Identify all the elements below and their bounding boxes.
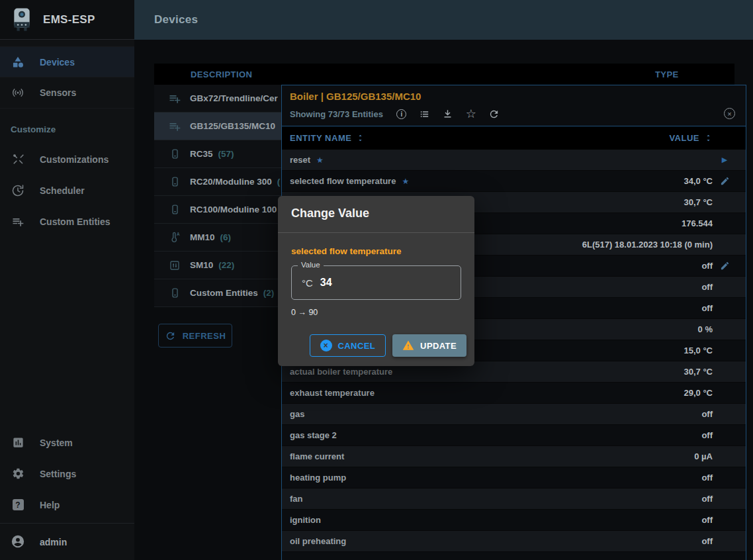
sidebar-item-label: System xyxy=(40,438,73,448)
device-entity-count: (6) xyxy=(220,232,232,242)
entity-value: 0 µA xyxy=(694,451,713,461)
info-icon[interactable]: i xyxy=(396,108,408,120)
entity-value: 34,0 °C xyxy=(684,176,713,186)
boiler-logo-icon xyxy=(12,7,32,33)
entity-dialog-toolbar: Showing 73/73 Entities i ☆ xyxy=(290,108,738,120)
svg-text:A: A xyxy=(176,232,179,236)
sidebar-item-settings[interactable]: Settings xyxy=(0,458,134,489)
modal-actions: × CANCEL UPDATE xyxy=(278,317,474,366)
sidebar-item-help[interactable]: ? Help xyxy=(0,489,134,520)
entity-name: selected flow temperature xyxy=(290,176,396,186)
sidebar-user[interactable]: admin xyxy=(0,523,134,560)
entity-name: oil preheating xyxy=(290,536,346,546)
download-icon[interactable] xyxy=(442,108,454,120)
sidebar-item-scheduler[interactable]: Scheduler xyxy=(0,175,134,206)
entity-value: off xyxy=(701,515,713,525)
unit-adornment: °C xyxy=(302,277,313,289)
sort-icon xyxy=(703,133,714,144)
entity-row[interactable]: heating pump off xyxy=(282,467,746,489)
entity-row[interactable]: fan off xyxy=(282,489,746,510)
entity-action-slot: ▶ xyxy=(713,156,736,164)
entity-row[interactable]: ignition off xyxy=(282,510,746,531)
entity-value: 29,0 °C xyxy=(684,388,713,398)
device-name: RC100/Moduline 100 xyxy=(190,205,277,214)
sidebar-bottom-nav: System Settings ? Help xyxy=(0,427,134,520)
sidebar-item-system[interactable]: System xyxy=(0,427,134,458)
entity-row[interactable]: flame current 0 µA xyxy=(282,446,746,467)
value-field-label: Value xyxy=(298,261,324,269)
cancel-icon: × xyxy=(320,340,332,351)
device-name: RC20/Moduline 300 xyxy=(190,177,272,187)
entity-name: fan xyxy=(290,494,303,504)
sidebar-item-devices[interactable]: Devices xyxy=(0,46,134,77)
category-icon xyxy=(11,55,25,70)
sidebar-item-customizations[interactable]: Customizations xyxy=(0,144,134,175)
entity-value: off xyxy=(701,473,713,483)
thermostat-device-icon xyxy=(167,286,182,301)
brand: EMS-ESP xyxy=(0,0,134,40)
star-icon[interactable]: ☆ xyxy=(465,108,477,120)
entity-dialog-header: Boiler | GB125/GB135/MC10 Showing 73/73 … xyxy=(282,85,746,126)
play-icon[interactable]: ▶ xyxy=(722,156,727,164)
sidebar-item-sensors[interactable]: Sensors xyxy=(0,77,134,109)
sidebar-item-label: Customizations xyxy=(40,154,109,165)
sidebar-item-label: Scheduler xyxy=(40,185,85,196)
device-name: Custom Entities xyxy=(190,288,258,298)
account-circle-icon xyxy=(11,534,26,550)
schedule-icon xyxy=(11,183,25,198)
entity-row[interactable] xyxy=(282,552,746,560)
thermometer-icon: A xyxy=(167,230,182,245)
entity-row[interactable]: oil preheating off xyxy=(282,531,746,552)
list-icon[interactable] xyxy=(419,108,431,120)
entity-row[interactable]: exhaust temperature 29,0 °C xyxy=(282,383,746,404)
cancel-button[interactable]: × CANCEL xyxy=(310,334,386,357)
sidebar-main-nav: Devices Sensors xyxy=(0,40,134,109)
module-icon xyxy=(167,258,182,273)
sort-icon xyxy=(355,133,366,144)
entity-value: 30,7 °C xyxy=(684,197,713,207)
sidebar-item-label: Devices xyxy=(40,57,75,68)
entity-value: off xyxy=(701,409,713,419)
update-button[interactable]: UPDATE xyxy=(392,334,466,357)
entity-row[interactable]: gas stage 2 off xyxy=(282,425,746,446)
value-input[interactable]: Value °C 34 xyxy=(291,265,461,300)
entity-value: off xyxy=(701,303,713,313)
entity-name: gas stage 2 xyxy=(290,430,337,440)
refresh-button[interactable]: REFRESH xyxy=(158,324,232,348)
edit-icon[interactable] xyxy=(720,176,730,186)
device-name: RC35 xyxy=(190,149,213,159)
entity-value: 6L(517) 18.01.2023 10:18 (0 min) xyxy=(582,240,713,250)
edit-icon[interactable] xyxy=(720,261,730,271)
entity-row[interactable]: reset ★ ▶ xyxy=(282,150,746,171)
showing-entities-label: Showing 73/73 Entities xyxy=(290,109,383,119)
sidebar-item-label: Help xyxy=(40,500,60,510)
entity-value: 30,7 °C xyxy=(684,367,713,377)
favorite-star-icon: ★ xyxy=(316,156,324,165)
device-entity-count: ( xyxy=(277,177,281,187)
device-name: MM10 xyxy=(190,232,215,242)
sidebar-item-label: Custom Entities xyxy=(40,216,111,227)
help-icon: ? xyxy=(11,498,25,512)
entity-name-header[interactable]: ENTITY NAME xyxy=(290,133,366,144)
entity-name: exhaust temperature xyxy=(290,388,375,398)
entity-name: ignition xyxy=(290,515,321,525)
refresh-icon[interactable] xyxy=(488,108,500,120)
sidebar-section-customize: Customize xyxy=(11,124,124,134)
modal-title: Change Value xyxy=(278,196,474,233)
change-value-modal: Change Value selected flow temperature V… xyxy=(278,196,474,366)
close-icon[interactable]: × xyxy=(724,108,735,119)
refresh-icon xyxy=(165,330,176,342)
devices-table-header: DESCRIPTION TYPE xyxy=(154,64,734,85)
entity-action-slot xyxy=(713,176,736,186)
value-header[interactable]: VALUE xyxy=(669,133,714,144)
chart-box-icon xyxy=(11,436,25,450)
warning-icon xyxy=(402,340,414,351)
entity-row[interactable]: selected flow temperature ★ 34,0 °C xyxy=(282,171,746,192)
entity-row[interactable]: gas off xyxy=(282,404,746,425)
entity-name: actual boiler temperature xyxy=(290,367,392,377)
modal-entity-label: selected flow temperature xyxy=(291,246,461,256)
type-header: TYPE xyxy=(655,70,679,79)
entity-value: off xyxy=(701,261,713,271)
sidebar-item-custom-entities[interactable]: Custom Entities xyxy=(0,206,134,237)
entity-value: 176.544 xyxy=(682,218,713,228)
